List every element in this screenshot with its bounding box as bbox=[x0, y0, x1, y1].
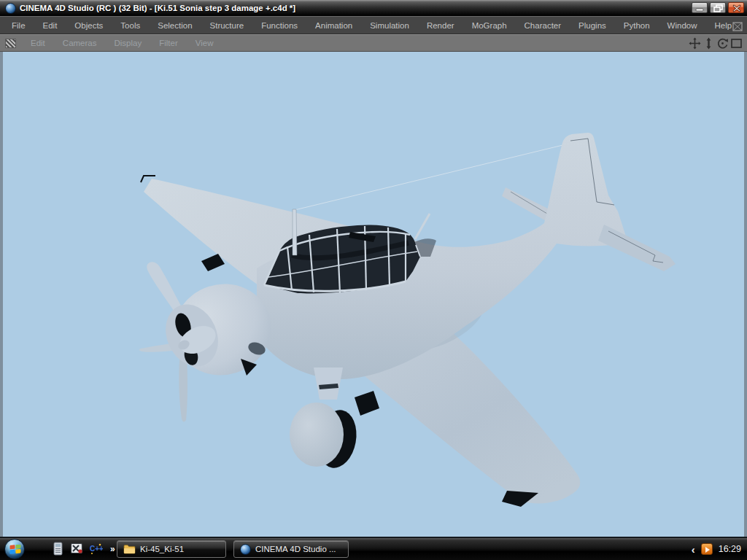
system-tray: ‹ 16:29 bbox=[692, 538, 741, 560]
tray-app-icon[interactable] bbox=[701, 543, 713, 555]
title-bar: CINEMA 4D Studio (RC ) (32 Bit) - [Ki.51… bbox=[0, 0, 747, 16]
window-controls bbox=[692, 2, 744, 13]
menu-item-window[interactable]: Window bbox=[659, 21, 706, 30]
viewport-3d[interactable] bbox=[0, 52, 747, 537]
restore-button[interactable] bbox=[710, 2, 726, 13]
menu-item-functions[interactable]: Functions bbox=[252, 21, 306, 30]
folder-icon bbox=[123, 544, 136, 554]
maximize-view-icon[interactable] bbox=[730, 37, 743, 50]
viewport-menu-filter[interactable]: Filter bbox=[150, 39, 187, 47]
windows-flag-icon bbox=[9, 545, 21, 555]
dolly-icon[interactable] bbox=[703, 37, 715, 50]
viewport-menu-view[interactable]: View bbox=[187, 39, 222, 47]
quick-launch-area: C++ » bbox=[51, 542, 115, 556]
menu-item-animation[interactable]: Animation bbox=[306, 21, 361, 30]
menu-item-render[interactable]: Render bbox=[418, 21, 463, 30]
quick-launch-icon-2[interactable] bbox=[70, 542, 84, 556]
viewport-menu-cameras[interactable]: Cameras bbox=[54, 39, 106, 47]
menu-item-edit[interactable]: Edit bbox=[34, 21, 66, 30]
menu-item-objects[interactable]: Objects bbox=[66, 21, 112, 30]
restore-icon bbox=[711, 3, 727, 14]
menu-item-tools[interactable]: Tools bbox=[112, 21, 149, 30]
close-button[interactable] bbox=[728, 2, 744, 13]
cinema4d-task-icon bbox=[240, 544, 251, 555]
viewport-nav-icons bbox=[689, 37, 743, 50]
pan-icon[interactable] bbox=[689, 37, 701, 50]
task-button-folder[interactable]: Ki-45_Ki-51 bbox=[117, 540, 226, 558]
task-button-label: Ki-45_Ki-51 bbox=[140, 545, 184, 553]
main-menu-bar: File Edit Objects Tools Selection Struct… bbox=[0, 16, 747, 34]
window-title: CINEMA 4D Studio (RC ) (32 Bit) - [Ki.51… bbox=[20, 4, 295, 12]
menu-item-file[interactable]: File bbox=[3, 21, 34, 30]
viewport-menu-edit[interactable]: Edit bbox=[22, 39, 54, 47]
svg-text:C++: C++ bbox=[90, 545, 103, 553]
minimize-button[interactable] bbox=[692, 2, 708, 13]
menu-item-python[interactable]: Python bbox=[615, 21, 659, 30]
viewport-menu-bar: Edit Cameras Display Filter View bbox=[0, 34, 747, 52]
task-button-cinema4d[interactable]: CINEMA 4D Studio ... bbox=[233, 540, 349, 558]
task-button-label: CINEMA 4D Studio ... bbox=[255, 545, 336, 553]
gear-wheel-spat bbox=[290, 402, 344, 467]
taskbar-clock[interactable]: 16:29 bbox=[719, 544, 741, 554]
quick-launch-icon-3[interactable]: C++ bbox=[89, 542, 103, 556]
desktop: CINEMA 4D Studio (RC ) (32 Bit) - [Ki.51… bbox=[0, 0, 747, 560]
tray-expand-chevron[interactable]: ‹ bbox=[692, 544, 695, 555]
taskbar: C++ » Ki-45_Ki-51 CINEMA 4D Studio ... ‹… bbox=[0, 538, 747, 560]
antenna-mast-front bbox=[293, 209, 297, 255]
viewport-canvas[interactable] bbox=[3, 52, 744, 537]
quick-launch-icon-1[interactable] bbox=[51, 542, 65, 556]
start-button[interactable] bbox=[4, 539, 25, 559]
quick-launch-overflow-chevron[interactable]: » bbox=[110, 544, 115, 554]
menu-item-structure[interactable]: Structure bbox=[201, 21, 253, 30]
minimize-icon bbox=[692, 3, 708, 14]
panel-handle-icon[interactable] bbox=[5, 39, 16, 48]
menu-item-mograph[interactable]: MoGraph bbox=[463, 21, 516, 30]
menu-item-selection[interactable]: Selection bbox=[149, 21, 201, 30]
rotate-icon[interactable] bbox=[716, 37, 729, 50]
close-icon bbox=[729, 3, 745, 14]
layout-grid-icon[interactable] bbox=[732, 21, 743, 34]
menu-item-plugins[interactable]: Plugins bbox=[570, 21, 615, 30]
menu-item-simulation[interactable]: Simulation bbox=[361, 21, 418, 30]
viewport-menu-display[interactable]: Display bbox=[105, 39, 150, 47]
menu-item-character[interactable]: Character bbox=[516, 21, 570, 30]
cinema4d-app-icon bbox=[5, 3, 16, 14]
